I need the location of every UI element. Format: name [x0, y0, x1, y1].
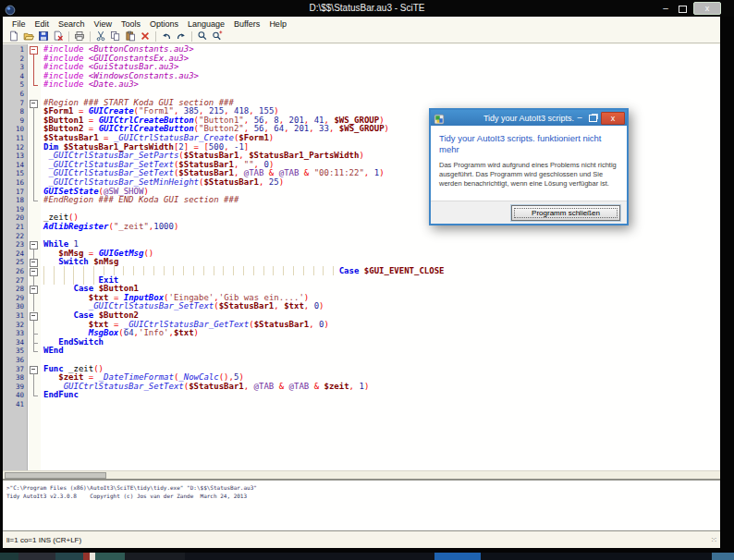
fold-toggle-icon[interactable]	[28, 365, 40, 374]
menu-edit[interactable]: Edit	[31, 19, 55, 29]
line-number: 24	[3, 250, 28, 259]
line-number: 25	[3, 258, 28, 267]
copy-button[interactable]	[108, 30, 123, 43]
line-number: 9	[3, 116, 28, 126]
maximize-button[interactable]	[679, 6, 687, 13]
taskbar-sliver	[0, 553, 734, 560]
delete-button[interactable]	[138, 30, 153, 43]
menu-buffers[interactable]: Buffers	[229, 19, 264, 29]
toolbar	[3, 30, 720, 43]
line-number: 31	[3, 311, 28, 321]
window-titlebar: D:\$$\StatusBar.au3 - SciTE – x	[0, 0, 734, 17]
fold-toggle-icon[interactable]	[28, 267, 40, 276]
code-line[interactable]: 41	[3, 400, 720, 409]
save-file-button[interactable]	[36, 30, 51, 43]
fold-margin-cell	[28, 134, 40, 143]
line-number: 33	[3, 329, 28, 338]
fold-margin-cell	[28, 205, 40, 214]
fold-toggle-icon[interactable]	[28, 99, 40, 108]
line-number: 32	[3, 321, 28, 330]
undo-icon	[161, 29, 172, 45]
window-title: D:\$$\StatusBar.au3 - SciTE	[0, 3, 734, 13]
dialog-restore-button[interactable]	[589, 115, 597, 122]
toolbar-separator	[90, 31, 91, 42]
line-number: 3	[3, 63, 28, 72]
line-number: 15	[3, 169, 28, 178]
code-line[interactable]: 33 MsgBox(64,'Info',$txt)	[3, 329, 720, 338]
fold-toggle-icon[interactable]	[28, 240, 40, 250]
cut-icon	[95, 29, 106, 45]
fold-margin-cell	[28, 302, 40, 311]
caret-position-status: li=1 co=1 INS (CR+LF)	[6, 536, 81, 544]
scite-chrome: FileEditSearchViewToolsOptionsLanguageBu…	[3, 17, 720, 548]
fold-toggle-icon[interactable]	[28, 285, 40, 294]
print-button[interactable]	[72, 30, 87, 43]
line-number: 23	[3, 240, 28, 250]
fold-margin-cell	[28, 125, 40, 134]
menu-search[interactable]: Search	[54, 19, 90, 29]
close-program-button[interactable]: Programm schließen	[511, 205, 620, 221]
code-line[interactable]: 34 EndSwitch	[3, 338, 720, 347]
fold-toggle-icon[interactable]	[28, 258, 40, 267]
fold-margin-cell	[28, 338, 40, 347]
replace-button[interactable]	[210, 30, 225, 43]
redo-button[interactable]	[174, 30, 189, 43]
line-number: 7	[3, 99, 28, 108]
fold-margin-cell	[28, 116, 40, 126]
fold-margin-cell	[28, 72, 40, 81]
menu-view[interactable]: View	[90, 19, 116, 29]
output-pane[interactable]: >"C:\Program Files (x86)\AutoIt3\SciTE\t…	[3, 481, 720, 530]
status-bar: li=1 co=1 INS (CR+LF) ⁙	[3, 530, 720, 548]
dialog-minimize-button[interactable]: –	[574, 112, 585, 124]
output-line: Tidy AutoIt3 v2.3.0.8 Copyright (c) Jos …	[6, 492, 720, 500]
menu-tools[interactable]: Tools	[116, 19, 145, 29]
code-line[interactable]: 39 _GUICtrlStatusBar_SetText($StatusBar1…	[3, 383, 720, 392]
dialog-close-button[interactable]: x	[601, 112, 625, 125]
line-number: 40	[3, 391, 28, 400]
fold-margin-cell	[28, 152, 40, 161]
line-number: 4	[3, 72, 28, 81]
delete-icon	[140, 29, 151, 45]
copy-icon	[110, 29, 121, 45]
scrollbar-thumb[interactable]	[5, 472, 106, 479]
line-number: 5	[3, 80, 28, 90]
fold-margin-cell	[28, 276, 40, 286]
undo-button[interactable]	[159, 30, 174, 43]
fold-toggle-icon[interactable]	[28, 311, 40, 321]
code-text: AdlibRegister("_zeit",1000)	[40, 223, 178, 232]
menu-language[interactable]: Language	[183, 19, 229, 29]
minimize-button[interactable]: –	[659, 2, 672, 15]
find-button[interactable]	[195, 30, 210, 43]
menu-file[interactable]: File	[7, 19, 31, 29]
fold-margin-cell	[28, 161, 40, 170]
new-document-button[interactable]	[6, 30, 21, 43]
fold-margin-cell	[28, 80, 40, 90]
fold-margin-cell	[28, 294, 40, 303]
code-line[interactable]: 36	[3, 356, 720, 365]
fold-margin-cell	[28, 213, 40, 223]
code-text: _GUICtrlStatusBar_SetText($StatusBar1, @…	[40, 383, 369, 392]
fold-margin-cell	[28, 383, 40, 392]
menu-help[interactable]: Help	[264, 19, 291, 29]
close-document-button[interactable]	[51, 30, 66, 43]
dialog-body: Tidy your AutoIt3 scripts. funktioniert …	[431, 126, 627, 201]
code-line[interactable]: 22	[3, 232, 720, 241]
redo-icon	[176, 29, 187, 45]
menu-options[interactable]: Options	[145, 19, 183, 29]
code-line[interactable]: 40EndFunc	[3, 391, 720, 400]
fold-toggle-icon[interactable]	[28, 45, 40, 55]
fold-margin-cell	[28, 329, 40, 338]
code-text: #include <Date.au3>	[40, 80, 139, 90]
fold-margin-cell	[28, 321, 40, 330]
code-line[interactable]: 35WEnd	[3, 347, 720, 356]
find-icon	[197, 29, 208, 45]
open-file-button[interactable]	[21, 30, 36, 43]
horizontal-scrollbar[interactable]	[3, 470, 720, 479]
close-button[interactable]: x	[693, 2, 721, 15]
code-text	[40, 400, 43, 409]
code-line[interactable]: 5#include <Date.au3>	[3, 80, 720, 90]
cut-button[interactable]	[93, 30, 108, 43]
paste-button[interactable]	[123, 30, 138, 43]
line-number: 16	[3, 178, 28, 188]
open-file-icon	[23, 29, 34, 45]
